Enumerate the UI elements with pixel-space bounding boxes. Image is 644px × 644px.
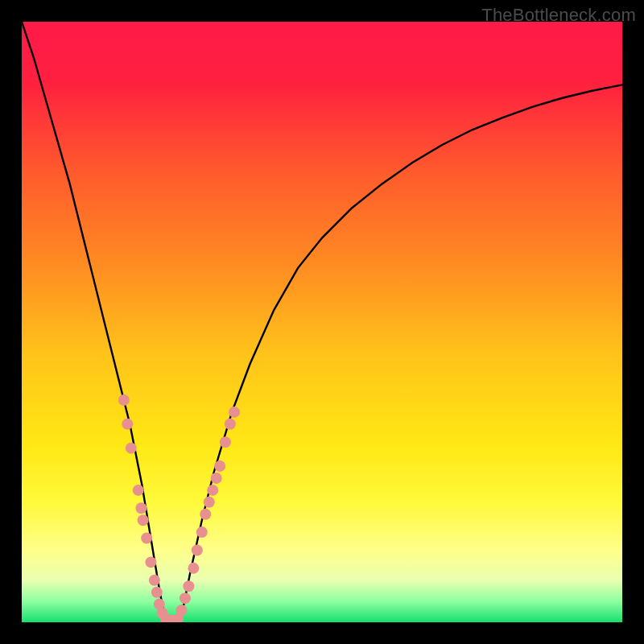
curve-marker — [196, 526, 208, 538]
curve-markers — [118, 394, 240, 622]
chart-frame: TheBottleneck.com — [0, 0, 644, 644]
curve-marker — [180, 592, 191, 604]
curve-marker — [192, 544, 203, 555]
curve-marker — [141, 533, 152, 544]
curve-marker — [126, 443, 137, 454]
curve-marker — [118, 394, 130, 406]
curve-marker — [211, 473, 222, 484]
curve-marker — [200, 509, 211, 520]
plot-area — [22, 22, 622, 622]
curve-marker — [204, 497, 215, 508]
curve-marker — [229, 407, 240, 418]
watermark-text: TheBottleneck.com — [481, 5, 636, 26]
bottleneck-curve-layer — [22, 22, 622, 622]
curve-marker — [145, 556, 156, 568]
curve-marker — [133, 485, 144, 496]
curve-marker — [207, 485, 218, 496]
curve-marker — [175, 605, 187, 616]
bottleneck-curve — [22, 22, 622, 622]
curve-marker — [183, 580, 194, 592]
curve-marker — [135, 502, 147, 514]
curve-marker — [225, 419, 236, 430]
curve-marker — [149, 575, 160, 586]
curve-marker — [214, 460, 225, 472]
curve-marker — [138, 514, 149, 526]
curve-marker — [122, 419, 133, 430]
curve-marker — [151, 587, 163, 598]
curve-marker — [220, 436, 231, 448]
curve-marker — [188, 563, 199, 574]
